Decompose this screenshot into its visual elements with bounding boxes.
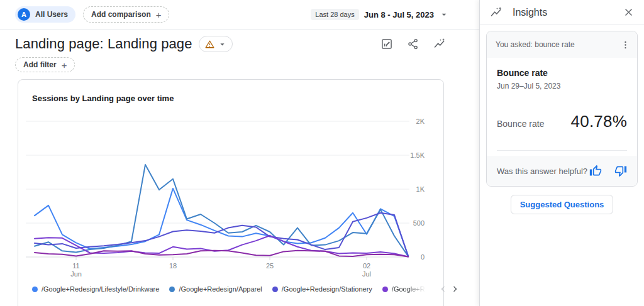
thumbs-up-icon[interactable] [589, 165, 602, 177]
data-quality-warning-button[interactable] [199, 36, 233, 52]
warning-triangle-icon [204, 39, 215, 50]
legend-item: /Google+Redesign/Apparel [169, 285, 262, 293]
y-axis-tick-label: 1.5K [410, 151, 425, 159]
ga4-report-page: A All Users Add comparison + Last 28 day… [0, 0, 644, 306]
legend-item: /Google+Redesign/Stationery [272, 285, 372, 293]
add-filter-button[interactable]: Add filter + [15, 57, 75, 72]
all-users-chip[interactable]: A All Users [15, 6, 75, 23]
y-axis-tick-label: 1K [416, 185, 425, 193]
close-icon [623, 7, 634, 18]
card-divider [497, 150, 627, 151]
metric-label: Bounce rate [497, 119, 545, 129]
segment-topbar: A All Users Add comparison + Last 28 day… [0, 0, 479, 30]
y-axis-tick-label: 2K [416, 117, 425, 125]
y-axis-tick-label: 0 [421, 253, 425, 261]
feedback-prompt: Was this answer helpful? [497, 167, 587, 176]
legend-dot-icon [169, 287, 175, 292]
date-range-selector[interactable]: Last 28 days Jun 8 - Jul 5, 2023 [311, 9, 449, 20]
insights-icon [433, 38, 446, 50]
add-comparison-button[interactable]: Add comparison + [83, 6, 169, 23]
x-axis-tick-label: 18 [169, 262, 177, 270]
sessions-chart-card: Sessions by Landing page over time 05001… [18, 79, 444, 306]
metric-value: 40.78% [571, 112, 627, 131]
y-axis-tick-label: 500 [413, 219, 425, 227]
legend-dot-icon [32, 287, 38, 292]
legend-next-icon[interactable] [450, 283, 461, 295]
feedback-buttons [589, 165, 627, 177]
insight-heading: Bounce rate [497, 68, 627, 78]
legend-dot-icon [382, 287, 388, 292]
add-filter-label: Add filter [23, 60, 57, 69]
x-axis-tick-sublabel: Jul [362, 270, 371, 278]
legend-items: /Google+Redesign/Lifestyle/Drinkware/Goo… [32, 285, 427, 293]
filter-row: Add filter + [0, 57, 479, 72]
legend-label: /Google+Redesign/Apparel [179, 285, 262, 293]
insights-panel-header: Insights [480, 0, 644, 25]
all-users-avatar: A [18, 8, 30, 21]
insight-metric-row: Bounce rate 40.78% [497, 112, 627, 131]
insight-feedback-bar: Was this answer helpful? [487, 156, 637, 186]
kebab-menu-icon [620, 40, 631, 50]
legend-dot-icon [272, 287, 278, 292]
page-title: Landing page: Landing page [15, 36, 192, 52]
customize-report-button[interactable] [380, 37, 394, 51]
share-icon [407, 38, 419, 50]
share-report-button[interactable] [406, 37, 420, 51]
insights-icon [490, 6, 502, 19]
chart-line-series [35, 251, 408, 257]
legend-label: /Google+Redesign [392, 285, 427, 293]
legend-pager [437, 283, 461, 295]
chevron-down-icon [439, 9, 449, 19]
report-title-row: Landing page: Landing page [0, 36, 479, 52]
insights-panel-title: Insights [513, 7, 547, 18]
close-insights-button[interactable] [621, 6, 635, 19]
chart-legend: /Google+Redesign/Lifestyle/Drinkware/Goo… [32, 283, 438, 295]
chart-line-series [35, 165, 408, 256]
legend-prev-icon[interactable] [437, 283, 448, 295]
insight-answer-card: You asked: bounce rate Bounce rate Jun 2… [486, 31, 638, 187]
x-axis-tick-label: 25 [266, 262, 274, 270]
add-comparison-label: Add comparison [91, 10, 151, 19]
report-toolbar [380, 37, 447, 51]
date-range-value: Jun 8 - Jul 5, 2023 [364, 10, 434, 19]
insight-card-body: Bounce rate Jun 29–Jul 5, 2023 Bounce ra… [487, 58, 637, 151]
customize-report-icon [380, 38, 393, 50]
plus-icon: + [156, 10, 162, 19]
sessions-line-chart[interactable]: 05001K1.5K2K11Jun182502Jul [18, 80, 443, 281]
x-axis-tick-sublabel: Jun [70, 270, 82, 278]
insight-date-range: Jun 29–Jul 5, 2023 [497, 82, 627, 90]
insight-question-bar: You asked: bounce rate [487, 31, 637, 58]
x-axis-tick-label: 11 [72, 262, 79, 270]
main-report-area: A All Users Add comparison + Last 28 day… [0, 0, 479, 306]
insight-options-button[interactable] [618, 38, 632, 52]
insight-question-text: You asked: bounce rate [496, 40, 575, 49]
chevron-down-icon [218, 40, 227, 49]
insights-panel: Insights You asked: bounce rate [479, 0, 644, 306]
date-range-badge: Last 28 days [311, 9, 358, 20]
legend-item: /Google+Redesign/Lifestyle/Drinkware [32, 285, 159, 293]
legend-label: /Google+Redesign/Stationery [282, 285, 372, 293]
all-users-label: All Users [35, 10, 68, 19]
suggested-questions-button[interactable]: Suggested Questions [511, 195, 614, 214]
legend-label: /Google+Redesign/Lifestyle/Drinkware [42, 285, 159, 293]
insights-button[interactable] [433, 37, 447, 51]
thumbs-down-icon[interactable] [614, 165, 627, 177]
plus-icon: + [62, 60, 67, 70]
legend-item: /Google+Redesign [382, 285, 427, 293]
x-axis-tick-label: 02 [363, 262, 370, 270]
